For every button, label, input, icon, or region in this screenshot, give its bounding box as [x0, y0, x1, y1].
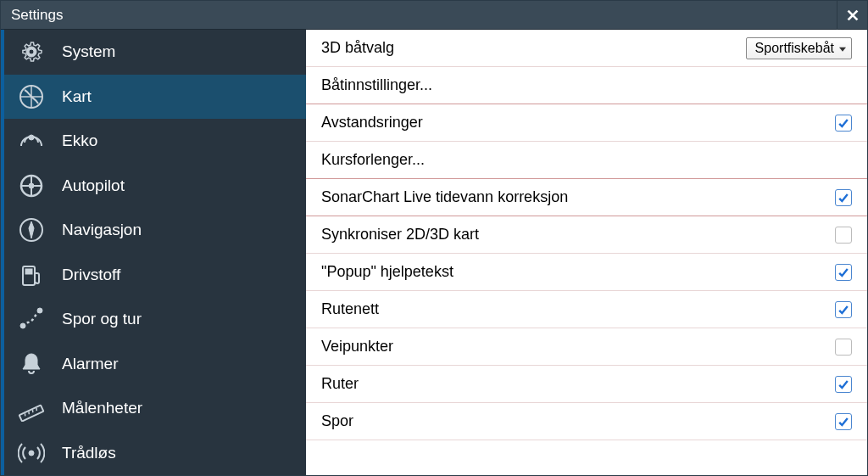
sidebar-item-kart[interactable]: Kart	[4, 75, 306, 120]
setting-label: Veipunkter	[321, 338, 835, 356]
sidebar-item-alarmer[interactable]: Alarmer	[4, 342, 306, 387]
setting-row-boat3d: 3D båtvalgSportfiskebåt	[306, 30, 867, 67]
wheel-icon	[16, 171, 47, 201]
svg-point-14	[37, 308, 42, 313]
sonar-icon	[16, 126, 47, 156]
check-icon	[837, 266, 850, 279]
body-area: SystemKartEkkoAutopilotNavigasjonDrivsto…	[1, 30, 867, 475]
checkbox-sync2d3d[interactable]	[835, 227, 852, 244]
sidebar-item-label: Ekko	[62, 132, 97, 150]
check-icon	[837, 303, 850, 316]
sidebar-item-label: System	[62, 42, 115, 61]
fuel-icon	[16, 260, 47, 290]
setting-row-popup: "Popup" hjelpetekst	[306, 254, 867, 291]
setting-label: Båtinnstillinger...	[321, 76, 852, 94]
svg-rect-12	[25, 269, 32, 274]
settings-content: 3D båtvalgSportfiskebåtBåtinnstillinger.…	[306, 30, 867, 475]
setting-row-rangerings: Avstandsringer	[306, 104, 867, 142]
sidebar-item-label: Alarmer	[62, 355, 119, 373]
setting-label: Ruter	[321, 375, 835, 393]
setting-label: SonarChart Live tidevann korreksjon	[321, 188, 835, 206]
setting-label: "Popup" hjelpetekst	[321, 263, 835, 281]
setting-row-rutenett: Rutenett	[306, 291, 867, 328]
sidebar-item-label: Spor og tur	[62, 310, 142, 328]
track-icon	[16, 304, 47, 334]
setting-label: Avstandsringer	[321, 114, 835, 132]
setting-row-ruter: Ruter	[306, 366, 867, 403]
svg-line-17	[28, 412, 30, 414]
sidebar: SystemKartEkkoAutopilotNavigasjonDrivsto…	[1, 30, 306, 475]
checkbox-veipunkter[interactable]	[835, 339, 852, 356]
sidebar-item-tradlos[interactable]: Trådløs	[4, 431, 306, 476]
sidebar-item-malenheter[interactable]: Målenheter	[4, 386, 306, 431]
checkbox-ruter[interactable]	[835, 376, 852, 393]
compass-icon	[16, 215, 47, 245]
wireless-icon	[16, 438, 47, 468]
close-button[interactable]	[837, 1, 867, 30]
setting-row-boatsettings[interactable]: Båtinnstillinger...	[306, 67, 867, 104]
gear-icon	[16, 36, 47, 67]
svg-rect-15	[19, 406, 44, 422]
check-icon	[837, 116, 850, 130]
check-icon	[837, 191, 850, 204]
setting-row-courseext[interactable]: Kursforlenger...	[306, 142, 867, 179]
check-icon	[837, 378, 850, 391]
svg-point-20	[29, 451, 34, 456]
sidebar-item-system[interactable]: System	[4, 30, 306, 75]
setting-row-sonartide: SonarChart Live tidevann korreksjon	[306, 179, 867, 216]
sidebar-item-ekko[interactable]: Ekko	[4, 119, 306, 164]
setting-label: Spor	[321, 412, 835, 430]
checkbox-sonartide[interactable]	[835, 189, 852, 206]
svg-line-19	[36, 408, 37, 411]
setting-label: 3D båtvalg	[321, 39, 746, 57]
svg-point-5	[29, 183, 34, 188]
sidebar-item-drivstoff[interactable]: Drivstoff	[4, 253, 306, 298]
svg-line-18	[32, 410, 34, 412]
sidebar-item-autopilot[interactable]: Autopilot	[4, 164, 306, 209]
ruler-icon	[16, 393, 47, 423]
svg-line-16	[24, 413, 25, 416]
sidebar-item-navigasjon[interactable]: Navigasjon	[4, 208, 306, 253]
sidebar-item-label: Kart	[62, 87, 92, 106]
sidebar-item-label: Drivstoff	[62, 266, 120, 284]
checkbox-popup[interactable]	[835, 264, 852, 281]
sidebar-item-label: Målenheter	[62, 399, 142, 417]
checkbox-spor[interactable]	[835, 413, 852, 430]
close-icon	[845, 8, 860, 23]
sidebar-item-label: Autopilot	[62, 176, 125, 195]
sidebar-item-spor[interactable]: Spor og tur	[4, 297, 306, 342]
setting-label: Kursforlenger...	[321, 151, 852, 169]
sidebar-item-label: Navigasjon	[62, 221, 142, 239]
svg-point-13	[20, 323, 25, 328]
setting-row-sync2d3d: Synkroniser 2D/3D kart	[306, 216, 867, 254]
checkbox-rangerings[interactable]	[835, 115, 852, 132]
sidebar-item-label: Trådløs	[62, 444, 116, 462]
chart-icon	[16, 81, 47, 112]
setting-row-spor: Spor	[306, 403, 867, 440]
check-icon	[837, 415, 850, 428]
setting-label: Rutenett	[321, 300, 835, 318]
titlebar: Settings	[1, 1, 867, 30]
setting-label: Synkroniser 2D/3D kart	[321, 226, 835, 244]
setting-row-veipunkter: Veipunkter	[306, 328, 867, 366]
window-title: Settings	[11, 7, 63, 24]
checkbox-rutenett[interactable]	[835, 301, 852, 318]
bell-icon	[16, 349, 47, 379]
settings-window: Settings SystemKartEkkoAutopilotNavigasj…	[0, 0, 868, 476]
dropdown-boat3d[interactable]: Sportfiskebåt	[746, 37, 852, 59]
